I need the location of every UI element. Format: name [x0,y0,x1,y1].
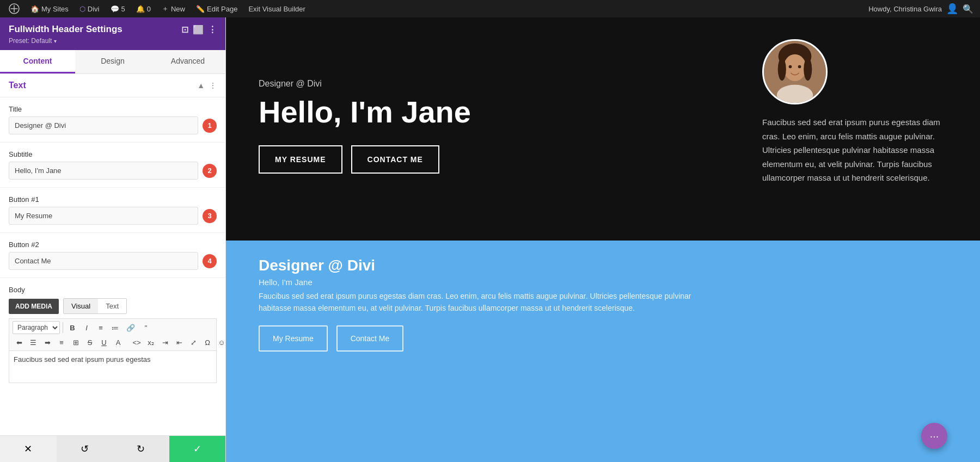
comment-icon: 💬 [111,5,119,13]
preview-buttons: My Resume Contact Me [259,325,947,352]
add-media-button[interactable]: ADD MEDIA [9,299,59,314]
notif-icon: 🔔 [136,5,145,13]
avatar-icon: 👤 [946,3,958,15]
exit-builder-item[interactable]: Exit Visual Builder [244,0,310,17]
fab-button[interactable]: ··· [921,423,947,449]
unordered-list-button[interactable]: ≡ [94,321,107,334]
preview-area: Designer @ Divi Hello, I'm Jane MY RESUM… [226,17,980,462]
text-mode-button[interactable]: Text [98,299,126,313]
home-icon: 🏠 [30,5,39,13]
subtitle-badge: 2 [203,164,217,178]
preview-btn1[interactable]: My Resume [259,325,328,352]
expand-icon[interactable]: ⬜ [193,24,204,35]
admin-bar-right: Howdy, Christina Gwira 👤 🔍 [868,3,973,15]
collapse-icon[interactable]: ▲ [197,81,205,90]
code-button[interactable]: <> [130,337,143,348]
tab-design[interactable]: Design [75,50,150,73]
panel-tabs: Content Design Advanced [0,50,225,74]
redo-button[interactable]: ↻ [113,436,169,462]
bold-button[interactable]: B [66,321,79,334]
text-section-title: Text [9,81,26,90]
body-editor-section: Body ADD MEDIA Visual Text Paragraph B [0,278,225,383]
paragraph-select[interactable]: Paragraph [13,321,60,334]
preset-arrow-icon: ▾ [54,38,57,44]
my-sites-item[interactable]: 🏠 My Sites [26,0,73,17]
editor-body-text: Faucibus sed sed erat ipsum purus egesta… [14,355,150,364]
hero-title: Hello, I'm Jane [259,95,740,129]
tab-advanced[interactable]: Advanced [150,50,225,73]
preview-section-body: Faucibus sed sed erat ipsum purus egesta… [259,290,721,315]
preview-blue-section: Designer @ Divi Hello, I'm Jane Faucibus… [226,241,980,462]
redo-icon: ↻ [137,443,145,455]
comments-item[interactable]: 💬 5 [106,0,130,17]
link-button[interactable]: 🔗 [123,321,138,334]
text-color-button[interactable]: A [112,337,125,348]
title-input[interactable] [9,116,198,134]
hero-btn1[interactable]: MY RESUME [259,145,342,174]
new-item[interactable]: ＋ New [157,0,189,17]
preset-label: Preset: Default [9,37,52,45]
editor-toolbar-row1: Paragraph B I ≡ ≔ 🔗 " [13,321,213,334]
new-label: New [171,5,185,13]
blockquote-button[interactable]: " [139,321,152,334]
table-button[interactable]: ⊞ [69,337,82,348]
hero-subtitle: Designer @ Divi [259,79,740,89]
hero-right: Faucibus sed sed erat ipsum purus egesta… [762,39,947,213]
button2-input[interactable] [9,252,198,270]
svg-point-9 [798,65,801,69]
title-field-section: Title 1 [0,97,225,143]
underline-button[interactable]: U [97,337,111,348]
editor-content[interactable]: Faucibus sed sed erat ipsum purus egesta… [9,350,217,383]
panel-bottom-bar: ✕ ↺ ↻ ✓ [0,435,225,462]
align-center-button[interactable]: ☰ [27,337,40,348]
greeting-label: Howdy, Christina Gwira [868,5,942,13]
section-more-icon[interactable]: ⋮ [209,81,217,90]
subtitle-field-section: Subtitle 2 [0,143,225,188]
title-badge: 1 [203,119,217,133]
cancel-icon: ✕ [24,443,32,455]
cancel-button[interactable]: ✕ [0,436,57,462]
svg-point-6 [804,58,812,81]
preview-section-title: Designer @ Divi [259,257,947,274]
more-options-icon[interactable]: ⋮ [208,24,217,35]
subtitle-input[interactable] [9,162,198,180]
subtitle-field-row: 2 [9,162,217,180]
main-area: Fullwidth Header Settings ⊡ ⬜ ⋮ Preset: … [0,17,980,462]
subscript-button[interactable]: x₂ [144,337,157,348]
strikethrough-button[interactable]: S [83,337,96,348]
emoji-button[interactable]: ☺ [215,337,225,348]
button1-input[interactable] [9,207,198,225]
justify-button[interactable]: ≡ [55,337,68,348]
special-char-button[interactable]: Ω [201,337,214,348]
svg-point-8 [789,65,792,69]
tab-content[interactable]: Content [0,50,75,73]
exit-builder-label: Exit Visual Builder [248,5,305,13]
search-icon[interactable]: 🔍 [963,4,973,14]
wp-logo-item[interactable] [4,0,24,17]
panel-preset[interactable]: Preset: Default ▾ [9,37,217,45]
fullscreen-button[interactable]: ⤢ [187,337,200,348]
hero-btn2[interactable]: CONTACT ME [351,145,439,174]
notif-item[interactable]: 🔔 0 [132,0,155,17]
button1-badge: 3 [203,209,217,223]
svg-point-5 [778,58,786,81]
svg-point-7 [777,85,813,104]
preview-btn2[interactable]: Contact Me [336,325,404,352]
outdent-button[interactable]: ⇤ [173,337,186,348]
align-left-button[interactable]: ⬅ [13,337,26,348]
editor-toolbar-top: ADD MEDIA Visual Text [9,298,217,314]
visual-mode-button[interactable]: Visual [64,299,98,313]
indent-button[interactable]: ⇥ [158,337,171,348]
wp-admin-bar: 🏠 My Sites ⬡ Divi 💬 5 🔔 0 ＋ New ✏️ Edit … [0,0,980,17]
ordered-list-button[interactable]: ≔ [108,321,122,334]
button2-field-row: 4 [9,252,217,270]
undo-button[interactable]: ↺ [57,436,113,462]
restore-icon[interactable]: ⊡ [181,24,188,35]
align-right-button[interactable]: ➡ [41,337,54,348]
save-button[interactable]: ✓ [169,436,226,462]
italic-button[interactable]: I [80,321,93,334]
divi-item[interactable]: ⬡ Divi [75,0,104,17]
my-sites-label: My Sites [41,5,69,13]
edit-page-item[interactable]: ✏️ Edit Page [192,0,242,17]
avatar [762,39,828,104]
